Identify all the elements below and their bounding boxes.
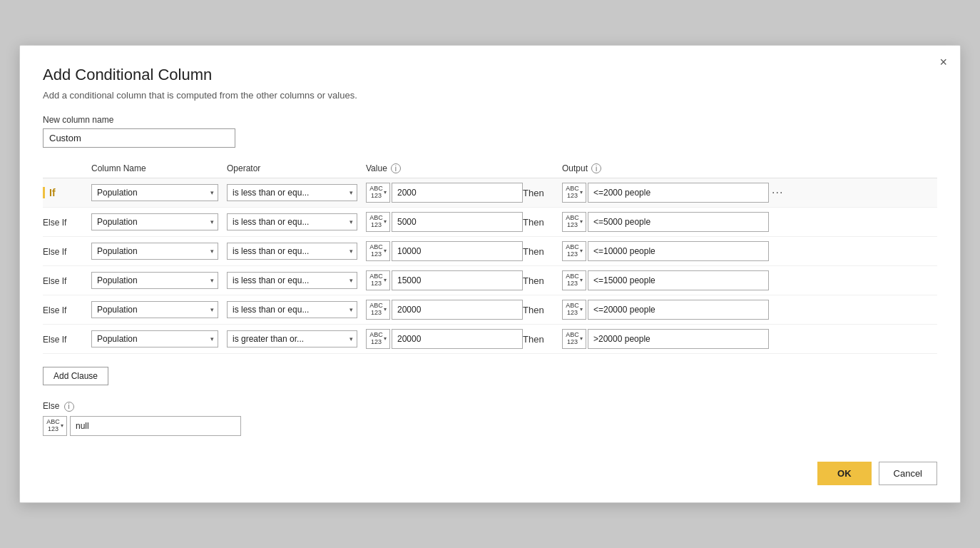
output-type-badge-arrow: ▾ xyxy=(580,335,583,342)
output-cell: ABC123 ▾ xyxy=(562,270,769,290)
more-options-button[interactable]: ··· xyxy=(769,186,786,199)
row-actions: ··· xyxy=(769,186,797,199)
column-name-cell: Population ▾ xyxy=(91,330,227,347)
value-type-badge-arrow: ▾ xyxy=(384,277,387,284)
output-type-badge-arrow: ▾ xyxy=(580,218,583,225)
table-row: Else If Population ▾ is less than or equ… xyxy=(43,295,937,325)
column-name-select[interactable]: Population xyxy=(91,243,218,260)
value-input[interactable] xyxy=(392,212,523,232)
operator-select[interactable]: is less than or equ... xyxy=(227,184,357,201)
add-clause-button[interactable]: Add Clause xyxy=(43,367,108,385)
value-type-badge[interactable]: ABC123 ▾ xyxy=(366,329,390,349)
dialog-title: Add Conditional Column xyxy=(43,66,937,84)
then-label: Then xyxy=(523,188,562,198)
output-cell: ABC123 ▾ xyxy=(562,329,769,349)
output-type-badge-arrow: ▾ xyxy=(580,248,583,255)
output-header: Output i xyxy=(562,163,769,173)
value-input[interactable] xyxy=(392,241,523,261)
output-input[interactable] xyxy=(588,329,769,349)
value-input[interactable] xyxy=(392,329,523,349)
value-input[interactable] xyxy=(392,183,523,203)
column-name-select[interactable]: Population xyxy=(91,301,218,318)
operator-cell: is less than or equ... ▾ xyxy=(227,272,366,289)
output-cell: ABC123 ▾ xyxy=(562,183,769,203)
value-type-badge[interactable]: ABC123 ▾ xyxy=(366,241,390,261)
value-input[interactable] xyxy=(392,270,523,290)
column-name-select[interactable]: Population xyxy=(91,330,218,347)
operator-select[interactable]: is less than or equ... xyxy=(227,301,357,318)
cancel-button[interactable]: Cancel xyxy=(879,462,937,485)
else-if-label: Else If xyxy=(43,275,91,286)
else-if-label: Else If xyxy=(43,305,91,315)
output-cell: ABC123 ▾ xyxy=(562,300,769,320)
column-name-input[interactable] xyxy=(43,128,235,148)
value-type-badge-arrow: ▾ xyxy=(384,306,387,313)
output-type-badge[interactable]: ABC123 ▾ xyxy=(562,183,586,203)
operator-select[interactable]: is greater than or... xyxy=(227,330,357,347)
table-row: Else If Population ▾ is less than or equ… xyxy=(43,266,937,295)
then-label: Then xyxy=(523,305,562,315)
output-area: ABC123 ▾ xyxy=(562,270,769,290)
output-type-badge[interactable]: ABC123 ▾ xyxy=(562,329,586,349)
output-input[interactable] xyxy=(588,270,769,290)
output-area: ABC123 ▾ xyxy=(562,183,769,203)
else-value-input[interactable] xyxy=(70,416,241,436)
output-cell: ABC123 ▾ xyxy=(562,241,769,261)
value-cell: ABC123 ▾ xyxy=(366,270,523,290)
output-type-badge[interactable]: ABC123 ▾ xyxy=(562,270,586,290)
column-name-select[interactable]: Population xyxy=(91,184,218,201)
ok-button[interactable]: OK xyxy=(817,462,872,485)
value-input[interactable] xyxy=(392,300,523,320)
else-type-badge[interactable]: ABC123 ▾ xyxy=(43,416,67,436)
table-row: Else If Population ▾ is less than or equ… xyxy=(43,237,937,266)
value-type-badge[interactable]: ABC123 ▾ xyxy=(366,270,390,290)
dialog-subtitle: Add a conditional column that is compute… xyxy=(43,90,937,101)
operator-select[interactable]: is less than or equ... xyxy=(227,243,357,260)
close-button[interactable]: × xyxy=(939,56,947,68)
then-label: Then xyxy=(523,246,562,257)
then-label: Then xyxy=(523,334,562,345)
output-input[interactable] xyxy=(588,241,769,261)
else-section: Else i ABC123 ▾ xyxy=(43,401,937,436)
if-label: If xyxy=(43,187,91,198)
column-name-cell: Population ▾ xyxy=(91,301,227,318)
operator-header: Operator xyxy=(227,163,366,173)
column-name-label: New column name xyxy=(43,115,937,125)
operator-cell: is greater than or... ▾ xyxy=(227,330,366,347)
output-input[interactable] xyxy=(588,300,769,320)
output-type-badge[interactable]: ABC123 ▾ xyxy=(562,241,586,261)
else-if-label: Else If xyxy=(43,334,91,345)
value-type-badge[interactable]: ABC123 ▾ xyxy=(366,212,390,232)
else-if-label: Else If xyxy=(43,246,91,257)
operator-cell: is less than or equ... ▾ xyxy=(227,184,366,201)
output-type-badge[interactable]: ABC123 ▾ xyxy=(562,300,586,320)
value-info-icon: i xyxy=(391,163,401,173)
else-if-label: Else If xyxy=(43,217,91,228)
value-cell: ABC123 ▾ xyxy=(366,329,523,349)
table-row: Else If Population ▾ is less than or equ… xyxy=(43,208,937,237)
conditions-table: Column Name Operator Value i Output i If… xyxy=(43,163,937,354)
operator-select[interactable]: is less than or equ... xyxy=(227,213,357,230)
column-name-select[interactable]: Population xyxy=(91,213,218,230)
operator-select[interactable]: is less than or equ... xyxy=(227,272,357,289)
value-type-badge[interactable]: ABC123 ▾ xyxy=(366,183,390,203)
output-input[interactable] xyxy=(588,183,769,203)
dialog-footer: OK Cancel xyxy=(43,462,937,485)
value-cell: ABC123 ▾ xyxy=(366,300,523,320)
column-name-cell: Population ▾ xyxy=(91,243,227,260)
output-info-icon: i xyxy=(591,163,601,173)
value-type-badge[interactable]: ABC123 ▾ xyxy=(366,300,390,320)
value-type-badge-arrow: ▾ xyxy=(384,189,387,196)
column-name-select[interactable]: Population xyxy=(91,272,218,289)
column-name-header: Column Name xyxy=(91,163,227,173)
value-cell: ABC123 ▾ xyxy=(366,183,523,203)
else-info-icon: i xyxy=(64,402,74,412)
output-type-badge-arrow: ▾ xyxy=(580,306,583,313)
rows-container: If Population ▾ is less than or equ... ▾… xyxy=(43,178,937,354)
value-header: Value i xyxy=(366,163,523,173)
output-input[interactable] xyxy=(588,212,769,232)
output-type-badge[interactable]: ABC123 ▾ xyxy=(562,212,586,232)
output-type-badge-arrow: ▾ xyxy=(580,189,583,196)
column-name-cell: Population ▾ xyxy=(91,213,227,230)
output-area: ABC123 ▾ xyxy=(562,329,769,349)
